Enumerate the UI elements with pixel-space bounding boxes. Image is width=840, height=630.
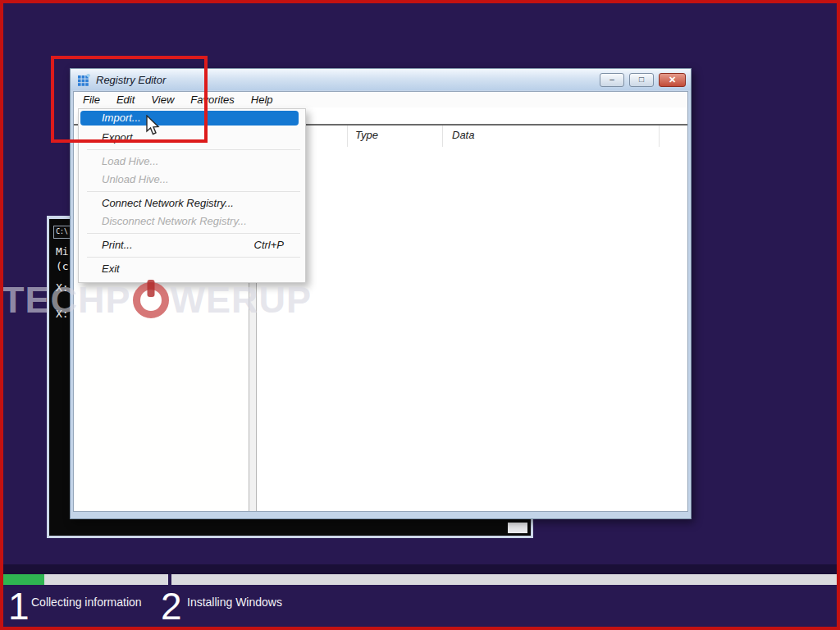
close-button[interactable]: ✕ <box>659 73 686 87</box>
progress-fill-1 <box>2 574 44 585</box>
menu-item-print[interactable]: Print... Ctrl+P <box>79 236 305 254</box>
column-header-data[interactable]: Data <box>452 129 474 141</box>
menu-item-unload-hive: Unload Hive... <box>79 171 305 189</box>
footer-shade <box>0 564 840 574</box>
step-1-label: Collecting information <box>31 596 142 609</box>
registry-editor-icon <box>78 74 90 86</box>
menu-view[interactable]: View <box>143 94 182 106</box>
menu-file[interactable]: File <box>75 94 108 106</box>
step-1-number: 1 <box>8 587 30 625</box>
cmd-text-line: X: <box>56 281 69 294</box>
minimize-button[interactable]: – <box>600 73 624 87</box>
window-controls: – □ ✕ <box>600 73 686 87</box>
progress-bar-step2 <box>171 574 838 585</box>
menu-separator <box>87 233 300 234</box>
windows-setup-screen: C:\ Mi (c X: X: Registry Editor – □ ✕ Fi… <box>0 0 840 630</box>
column-header-type[interactable]: Type <box>355 129 378 141</box>
menu-item-exit[interactable]: Exit <box>79 260 305 278</box>
menu-bar: File Edit View Favorites Help <box>74 92 687 107</box>
menu-favorites[interactable]: Favorites <box>182 94 242 106</box>
cmd-scrollbar-corner <box>508 523 527 533</box>
menu-item-connect-network-registry[interactable]: Connect Network Registry... <box>79 194 305 212</box>
menu-item-disconnect-network-registry: Disconnect Network Registry... <box>79 212 305 231</box>
window-title: Registry Editor <box>96 74 166 86</box>
menu-separator <box>87 191 300 192</box>
value-list-pane[interactable]: Type Data <box>257 126 687 511</box>
cmd-text-line: (c <box>56 260 69 272</box>
menu-item-import[interactable]: Import... <box>80 111 299 126</box>
file-menu-dropdown: Import... Export Load Hive... Unload Hiv… <box>78 108 306 283</box>
menu-edit[interactable]: Edit <box>108 94 143 106</box>
maximize-button[interactable]: □ <box>629 73 654 87</box>
cmd-text-line: Mi <box>56 245 69 258</box>
step-2-label: Installing Windows <box>187 596 282 609</box>
column-divider <box>347 126 348 147</box>
menu-help[interactable]: Help <box>243 94 281 106</box>
print-shortcut: Ctrl+P <box>254 236 284 254</box>
menu-item-load-hive: Load Hive... <box>79 153 305 171</box>
title-bar[interactable]: Registry Editor – □ ✕ <box>71 69 691 90</box>
cmd-icon: C:\ <box>53 226 71 239</box>
column-divider <box>659 126 660 147</box>
progress-bar-step1 <box>2 574 168 585</box>
step-2-number: 2 <box>161 587 182 625</box>
menu-separator <box>87 149 300 150</box>
column-divider <box>442 126 443 147</box>
menu-item-export[interactable]: Export <box>79 129 305 147</box>
menu-separator <box>87 257 300 258</box>
cmd-text-line: X: <box>56 308 69 320</box>
